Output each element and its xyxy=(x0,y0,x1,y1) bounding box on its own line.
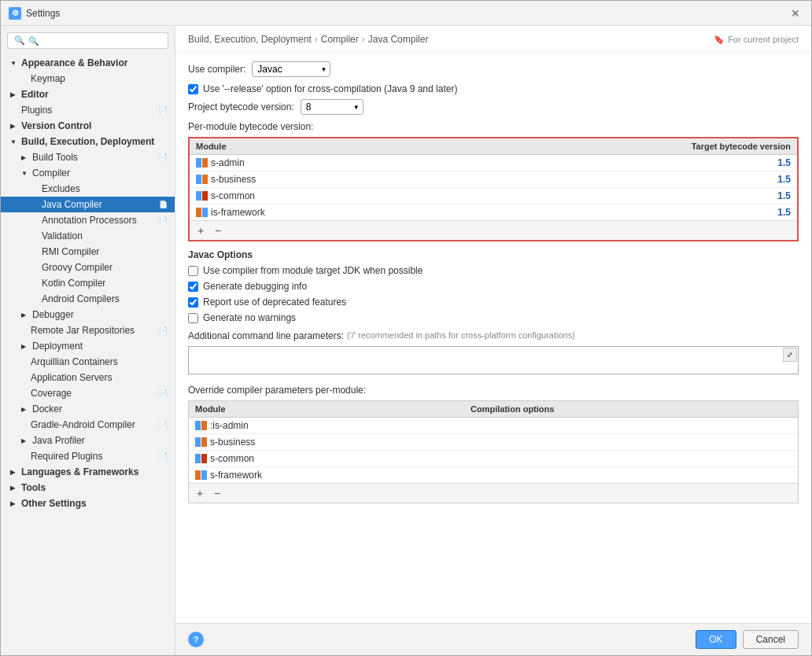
sidebar-section: ▼ Appearance & Behavior Keymap ▶ Editor … xyxy=(1,55,175,511)
search-input[interactable] xyxy=(28,36,161,46)
sidebar-item-label: Deployment xyxy=(32,341,83,352)
ok-button[interactable]: OK xyxy=(696,630,736,649)
sidebar-item-debugger[interactable]: ▶ Debugger xyxy=(1,307,175,322)
sidebar-item-app-servers[interactable]: Application Servers xyxy=(1,370,175,385)
sidebar-item-keymap[interactable]: Keymap xyxy=(1,71,175,87)
cancel-button[interactable]: Cancel xyxy=(743,630,799,649)
settings-icon: ⚙ xyxy=(9,7,21,20)
table-row[interactable]: s-common xyxy=(189,451,798,467)
table-row[interactable]: s-business 1.5 xyxy=(190,171,797,188)
sidebar-item-coverage[interactable]: Coverage 📄 xyxy=(1,385,175,401)
sidebar-item-appearance[interactable]: ▼ Appearance & Behavior xyxy=(1,55,175,71)
bytecode-version-row: Project bytecode version: 891011 ▼ xyxy=(188,99,799,115)
version-select-wrapper: 891011 ▼ xyxy=(301,99,364,115)
checkbox-deprecated[interactable] xyxy=(188,297,198,308)
sidebar-item-annotation-processors[interactable]: Annotation Processors 📄 xyxy=(1,212,175,228)
title-bar-left: ⚙ Settings xyxy=(9,7,60,20)
expand-params-button[interactable]: ⤢ xyxy=(783,348,797,362)
bytecode-version-select[interactable]: 891011 xyxy=(301,99,364,115)
checkbox-debugging-label: Generate debugging info xyxy=(203,281,307,292)
sidebar-item-label: Android Compilers xyxy=(42,293,120,304)
page-indicator: 📄 xyxy=(157,152,168,163)
checkbox-warnings[interactable] xyxy=(188,313,198,323)
table-row[interactable]: s-admin 1.5 xyxy=(190,155,797,171)
sidebar-item-java-compiler[interactable]: Java Compiler 📄 xyxy=(1,197,175,212)
table-row[interactable]: :is-admin xyxy=(189,418,798,434)
add-override-button[interactable]: + xyxy=(192,485,208,501)
sidebar-item-tools[interactable]: ▶ Tools xyxy=(1,480,175,496)
expand-icon: ▶ xyxy=(10,123,18,130)
sidebar-item-other-settings[interactable]: ▶ Other Settings xyxy=(1,496,175,511)
table-row[interactable]: s-common 1.5 xyxy=(190,188,797,205)
override-module-name: :is-admin xyxy=(210,420,249,431)
search-icon: 🔍 xyxy=(14,35,25,46)
module-cell: is-framework xyxy=(190,205,445,221)
override-module-col: Module xyxy=(189,401,464,418)
sidebar: 🔍 ▼ Appearance & Behavior Keymap ▶ Edito… xyxy=(1,26,175,655)
sidebar-item-required-plugins[interactable]: Required Plugins 📄 xyxy=(1,448,175,464)
remove-module-button[interactable]: − xyxy=(210,223,226,238)
sidebar-item-label: Debugger xyxy=(32,309,74,320)
sidebar-item-label: Kotlin Compiler xyxy=(42,278,105,289)
override-table: Module Compilation options xyxy=(189,401,798,483)
override-module-name: s-common xyxy=(210,453,254,464)
sidebar-item-label: Editor xyxy=(21,89,49,100)
sidebar-item-gradle-android[interactable]: Gradle-Android Compiler 📄 xyxy=(1,417,175,433)
sidebar-item-label: Plugins xyxy=(21,105,52,116)
sidebar-item-label: Keymap xyxy=(31,73,65,84)
help-button[interactable]: ? xyxy=(188,632,204,647)
compiler-select[interactable]: Javac Eclipse Ajc xyxy=(252,61,330,77)
sidebar-item-label: Coverage xyxy=(31,388,72,399)
cmd-params-input[interactable] xyxy=(188,346,799,374)
checkbox-module-target[interactable] xyxy=(188,266,198,276)
sidebar-item-compiler[interactable]: ▼ Compiler xyxy=(1,165,175,181)
sidebar-item-excludes[interactable]: Excludes xyxy=(1,181,175,197)
sidebar-item-label: Build, Execution, Deployment xyxy=(21,136,154,147)
expand-icon: ▶ xyxy=(10,469,18,476)
checkbox-debugging[interactable] xyxy=(188,282,198,292)
table-row[interactable]: s-framework xyxy=(189,467,798,484)
bookmark-icon: 🔖 xyxy=(714,35,725,45)
override-module-cell: s-common xyxy=(189,451,464,467)
main-content: Build, Execution, Deployment › Compiler … xyxy=(175,26,811,655)
sidebar-item-label: Appearance & Behavior xyxy=(21,57,127,68)
sidebar-item-plugins[interactable]: Plugins 📄 xyxy=(1,102,175,118)
modules-table-container: Module Target bytecode version xyxy=(188,137,799,241)
sidebar-item-docker[interactable]: ▶ Docker xyxy=(1,401,175,417)
override-module-cell: s-framework xyxy=(189,467,464,484)
sidebar-item-languages[interactable]: ▶ Languages & Frameworks xyxy=(1,464,175,480)
expand-icon: ▶ xyxy=(10,91,18,98)
breadcrumb-build: Build, Execution, Deployment xyxy=(188,34,312,45)
sidebar-item-deployment[interactable]: ▶ Deployment xyxy=(1,338,175,354)
sidebar-item-label: Gradle-Android Compiler xyxy=(31,419,135,430)
cmd-params-label: Additional command line parameters: xyxy=(188,328,344,341)
sidebar-item-rmi-compiler[interactable]: RMI Compiler xyxy=(1,244,175,260)
sidebar-item-build-exec[interactable]: ▼ Build, Execution, Deployment xyxy=(1,134,175,149)
remove-override-button[interactable]: − xyxy=(209,485,225,501)
checkbox-release[interactable] xyxy=(188,84,198,94)
sidebar-item-java-profiler[interactable]: ▶ Java Profiler xyxy=(1,433,175,448)
sidebar-item-arquillian[interactable]: Arquillian Containers xyxy=(1,354,175,370)
sidebar-item-validation[interactable]: Validation xyxy=(1,228,175,244)
sidebar-item-groovy-compiler[interactable]: Groovy Compiler xyxy=(1,260,175,275)
use-compiler-label: Use compiler: xyxy=(188,64,245,75)
sidebar-item-editor[interactable]: ▶ Editor xyxy=(1,87,175,102)
expand-icon: ▶ xyxy=(10,485,18,492)
sidebar-item-kotlin-compiler[interactable]: Kotlin Compiler xyxy=(1,275,175,291)
table-row[interactable]: s-business xyxy=(189,434,798,451)
sidebar-item-version-control[interactable]: ▶ Version Control xyxy=(1,118,175,134)
sidebar-item-android-compilers[interactable]: Android Compilers xyxy=(1,291,175,307)
sidebar-item-remote-jar[interactable]: Remote Jar Repositories 📄 xyxy=(1,322,175,338)
sidebar-item-label: Java Compiler xyxy=(42,199,102,210)
table-row[interactable]: is-framework 1.5 xyxy=(190,205,797,221)
override-module-name: s-framework xyxy=(210,470,262,481)
sidebar-item-label: Compiler xyxy=(32,168,70,179)
close-button[interactable]: ✕ xyxy=(788,6,803,21)
for-current-project-link[interactable]: 🔖 For current project xyxy=(714,35,799,45)
sidebar-item-build-tools[interactable]: ▶ Build Tools 📄 xyxy=(1,149,175,165)
for-current-project-label: For current project xyxy=(728,35,799,44)
compiler-select-wrapper: Javac Eclipse Ajc ▼ xyxy=(252,61,330,77)
footer-row: ? OK Cancel xyxy=(188,630,799,649)
override-options-cell xyxy=(464,434,798,451)
add-module-button[interactable]: + xyxy=(193,223,209,238)
